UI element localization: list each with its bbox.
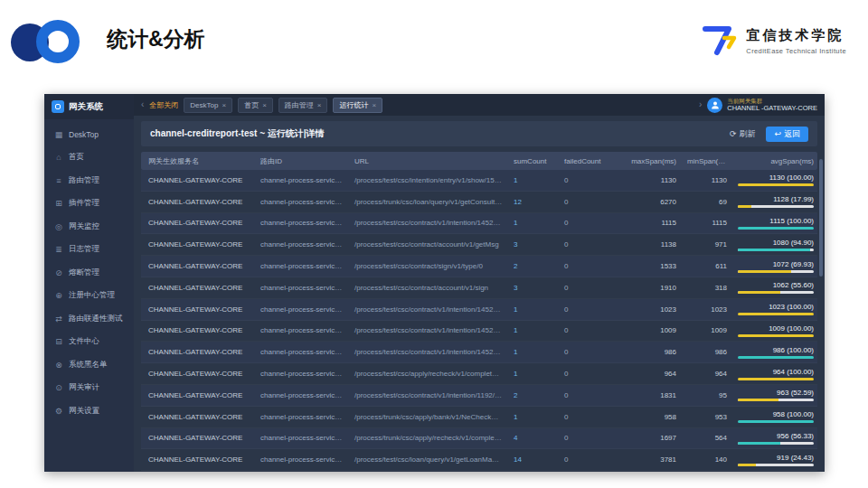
column-header-max-span: maxSpan(ms) [613,157,680,165]
tab[interactable]: 首页 × [238,98,273,113]
tab[interactable]: 路由管理 × [278,98,328,113]
refresh-button[interactable]: ⟳ 刷新 [730,128,756,140]
cell-service: CHANNEL-GATEWAY-CORE [141,391,253,399]
sidebar-item-plugins[interactable]: ⊞ 插件管理 [44,192,134,216]
avg-span-bar-track [738,183,814,186]
cell-route-id: channel-process-service-test [253,219,347,227]
tab-close-icon[interactable]: × [372,101,376,109]
sidebar-item-monitor[interactable]: ◎ 网关监控 [44,215,134,239]
sidebar-item-connectivity[interactable]: ⇄ 路由联通性测试 [44,307,134,331]
table-row[interactable]: CHANNEL-GATEWAY-CORE channel-process-ser… [141,299,817,321]
back-button[interactable]: ↩ 返回 [766,127,808,142]
table-row[interactable]: CHANNEL-GATEWAY-CORE channel-process-ser… [141,170,817,192]
cell-max-span: 1697 [613,434,680,442]
sidebar-item-circuit[interactable]: ⊘ 熔断管理 [44,261,134,285]
sidebar-item-logs[interactable]: ≣ 日志管理 [44,239,134,262]
cell-sum-count: 1 [506,413,557,421]
home-icon: ⌂ [54,153,63,162]
tab-close-icon[interactable]: × [262,101,267,109]
cell-route-id: channel-process-service-test [253,262,347,270]
table-row[interactable]: CHANNEL-GATEWAY-CORE channel-process-ser… [141,256,817,277]
cell-max-span: 3781 [613,455,680,464]
avg-span-value: 956 (56.33) [738,432,814,440]
avg-span-bar-track [738,464,814,466]
tab-label: 路由管理 [285,100,314,110]
table-row[interactable]: CHANNEL-GATEWAY-CORE channel-process-ser… [141,321,817,343]
column-header-url: URL [347,157,506,165]
cell-route-id: channel-process-service-test [253,284,347,292]
table-body: CHANNEL-GATEWAY-CORE channel-process-ser… [141,170,817,471]
cell-route-id: channel-process-service-trunk [253,348,347,356]
vertical-scrollbar[interactable] [819,159,823,277]
table-row[interactable]: CHANNEL-GATEWAY-CORE channel-process-ser… [141,428,817,450]
tab-close-icon[interactable]: × [222,101,226,109]
cell-min-span: 1130 [680,176,731,184]
panel-header: channel-creditreport-test ~ 运行统计|详情 ⟳ 刷新… [141,121,817,146]
cell-route-id: channel-process-service-test [253,326,347,334]
cell-min-span: 69 [680,198,731,206]
cell-failed-count: 0 [557,176,613,184]
table-row[interactable]: CHANNEL-GATEWAY-CORE channel-process-ser… [141,192,817,213]
column-header-route-id: 路由ID [253,156,347,166]
cell-service: CHANNEL-GATEWAY-CORE [141,370,253,378]
cell-service: CHANNEL-GATEWAY-CORE [141,176,253,184]
cell-sum-count: 1 [506,219,557,227]
avg-span-value: 958 (100.00) [738,410,814,418]
user-chip[interactable]: 当前网关集群 CHANNEL -GATEWAY-CORE [707,98,817,113]
cell-failed-count: 0 [557,326,613,334]
user-avatar[interactable] [707,98,722,113]
table-row[interactable]: CHANNEL-GATEWAY-CORE channel-process-ser… [141,363,817,385]
tab[interactable]: 运行统计 × [333,98,382,113]
cell-service: CHANNEL-GATEWAY-CORE [141,326,253,334]
sidebar-item-settings[interactable]: ⚙ 网关设置 [44,399,134,423]
avg-span-value: 1072 (69.93) [738,260,814,268]
tab[interactable]: DeskTop × [184,98,232,113]
chevron-right-icon[interactable]: › [699,100,702,109]
cell-avg-span: 956 (56.33) [731,432,817,445]
table-row[interactable]: CHANNEL-GATEWAY-CORE channel-process-ser… [141,342,817,363]
cell-url: /process/test/csc/contract/v1/intention/… [347,348,506,356]
sidebar-item-routes[interactable]: ≡ 路由管理 [44,169,134,192]
logo-circle-ring [36,20,80,63]
brand-subtitle: CreditEase Technical Institute [746,47,846,55]
cell-service: CHANNEL-GATEWAY-CORE [141,284,253,292]
table-row[interactable]: CHANNEL-GATEWAY-CORE channel-process-ser… [141,213,817,235]
avg-span-value: 919 (24.43) [738,454,814,462]
cell-max-span: 1023 [613,305,680,314]
tab-close-icon[interactable]: × [317,101,322,109]
sidebar-item-registry[interactable]: ⊕ 注册中心管理 [44,285,134,308]
cell-url: /process/test/csc/contract/v1/intention/… [347,305,506,314]
cell-sum-count: 4 [506,434,557,442]
sidebar-item-home[interactable]: ⌂ 首页 [44,146,134,170]
cell-min-span: 611 [680,262,731,270]
table-row[interactable]: CHANNEL-GATEWAY-CORE channel-process-ser… [141,407,817,428]
avg-span-bar [738,464,756,466]
gateway-dashboard: 网关系统 ▦ DeskTop ⌂ 首页 ≡ 路由管理 ⊞ 插件管理 ◎ 网关监控… [44,94,825,472]
circuit-breaker-icon: ⊘ [54,268,63,277]
avg-span-value: 964 (100.00) [738,368,814,376]
avg-span-bar-track [738,249,814,251]
table-row[interactable]: CHANNEL-GATEWAY-CORE channel-process-ser… [141,449,817,471]
avg-span-bar-track [738,334,814,337]
chevron-left-icon[interactable]: ‹ [141,100,144,109]
cell-failed-count: 0 [557,284,613,292]
close-all-tabs-button[interactable]: 全部关闭 [149,100,178,110]
sidebar-item-files[interactable]: ⊟ 文件中心 [44,331,134,354]
log-icon: ≣ [54,245,63,254]
sidebar-item-blacklist[interactable]: ⊗ 系统黑名单 [44,353,134,377]
cell-service: CHANNEL-GATEWAY-CORE [141,434,253,442]
cell-avg-span: 963 (52.59) [731,389,817,401]
table-row[interactable]: CHANNEL-GATEWAY-CORE channel-process-ser… [141,385,817,407]
table-row[interactable]: CHANNEL-GATEWAY-CORE channel-process-ser… [141,234,817,256]
sidebar-item-audit[interactable]: ⊙ 网关审计 [44,377,134,400]
cell-failed-count: 0 [557,391,613,399]
cell-avg-span: 1062 (55.60) [731,281,817,294]
avg-span-value: 986 (100.00) [738,346,814,354]
avg-span-bar-track [738,420,814,423]
cell-service: CHANNEL-GATEWAY-CORE [141,240,253,249]
cell-service: CHANNEL-GATEWAY-CORE [141,219,253,227]
table-row[interactable]: CHANNEL-GATEWAY-CORE channel-process-ser… [141,277,817,299]
cell-max-span: 1130 [613,176,680,184]
desktop-icon: ▦ [54,130,63,139]
sidebar-item-desktop[interactable]: ▦ DeskTop [44,123,134,146]
